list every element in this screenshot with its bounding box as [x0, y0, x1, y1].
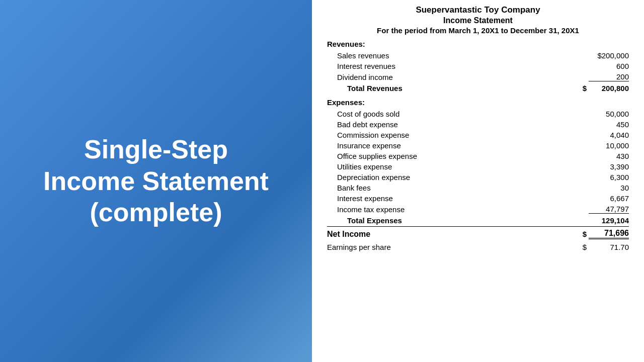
list-item: Sales revenues $200,000: [327, 50, 629, 61]
dividend-income-amount: 200: [589, 72, 629, 81]
depreciation-amount: 6,300: [589, 173, 629, 182]
eps-amount-group: $ 71.70: [583, 243, 629, 251]
revenues-section: Revenues: Sales revenues $200,000 Intere…: [327, 40, 629, 94]
eps-line: Earnings per share $ 71.70: [327, 241, 629, 253]
list-item: Utilities expense 3,390: [327, 161, 629, 172]
left-panel: Single-StepIncome Statement(complete): [0, 0, 312, 362]
total-expenses-line: Total Expenses 129,104: [327, 215, 629, 226]
expenses-header: Expenses:: [327, 98, 629, 107]
list-item: Dividend income 200: [327, 71, 629, 82]
interest-revenues-amount: 600: [589, 62, 629, 70]
total-revenues-amount-group: $ 200,800: [583, 84, 629, 93]
company-header: Suepervantastic Toy Company Income State…: [327, 5, 629, 35]
commission-amount: 4,040: [589, 131, 629, 139]
interest-expense-amount: 6,667: [589, 194, 629, 203]
net-income-amount-group: $ 71,696: [583, 229, 629, 239]
insurance-label: Insurance expense: [327, 141, 401, 150]
cogs-amount: 50,000: [589, 110, 629, 118]
revenues-header: Revenues:: [327, 40, 629, 48]
list-item: Bank fees 30: [327, 183, 629, 193]
net-income-label: Net Income: [327, 230, 370, 239]
total-revenues-line: Total Revenues $ 200,800: [327, 82, 629, 94]
office-supplies-amount: 430: [589, 152, 629, 160]
list-item: Interest expense 6,667: [327, 193, 629, 204]
expenses-section: Expenses: Cost of goods sold 50,000 Bad …: [327, 98, 629, 226]
period-text: For the period from March 1, 20X1 to Dec…: [327, 26, 629, 35]
right-panel: Suepervantastic Toy Company Income State…: [312, 0, 644, 362]
insurance-amount: 10,000: [589, 141, 629, 150]
net-income-line: Net Income $ 71,696: [327, 226, 629, 241]
list-item: Income tax expense 47,797: [327, 204, 629, 215]
sales-revenues-amount: $200,000: [589, 51, 629, 60]
list-item: Interest revenues 600: [327, 61, 629, 71]
office-supplies-label: Office supplies expense: [327, 152, 417, 160]
total-revenues-dollar: $: [583, 84, 587, 93]
bad-debt-amount: 450: [589, 120, 629, 129]
list-item: Bad debt expense 450: [327, 119, 629, 130]
bad-debt-label: Bad debt expense: [327, 120, 398, 129]
income-tax-label: Income tax expense: [327, 205, 405, 214]
total-expenses-label: Total Expenses: [327, 216, 402, 225]
list-item: Insurance expense 10,000: [327, 140, 629, 151]
company-name: Suepervantastic Toy Company: [327, 5, 629, 15]
cogs-label: Cost of goods sold: [327, 110, 399, 118]
statement-title: Income Statement: [327, 16, 629, 25]
eps-value: 71.70: [589, 243, 629, 251]
income-tax-amount: 47,797: [589, 205, 629, 214]
sales-revenues-label: Sales revenues: [327, 51, 389, 60]
bank-fees-label: Bank fees: [327, 184, 371, 192]
total-revenues-value: 200,800: [589, 84, 629, 93]
net-income-value: 71,696: [589, 229, 629, 239]
list-item: Cost of goods sold 50,000: [327, 109, 629, 119]
utilities-label: Utilities expense: [327, 162, 392, 171]
list-item: Office supplies expense 430: [327, 151, 629, 161]
total-revenues-label: Total Revenues: [327, 84, 403, 93]
slide-title: Single-StepIncome Statement(complete): [33, 124, 279, 238]
bank-fees-amount: 30: [589, 184, 629, 192]
interest-expense-label: Interest expense: [327, 194, 393, 203]
total-expenses-value: 129,104: [589, 216, 629, 225]
depreciation-label: Depreciation expense: [327, 173, 410, 182]
commission-label: Commission expense: [327, 131, 409, 139]
eps-dollar: $: [583, 243, 587, 251]
total-expenses-amount-group: 129,104: [589, 216, 629, 225]
utilities-amount: 3,390: [589, 162, 629, 171]
list-item: Commission expense 4,040: [327, 130, 629, 140]
dividend-income-label: Dividend income: [327, 73, 393, 81]
list-item: Depreciation expense 6,300: [327, 172, 629, 183]
net-income-dollar: $: [583, 230, 587, 238]
eps-label: Earnings per share: [327, 243, 391, 251]
interest-revenues-label: Interest revenues: [327, 62, 395, 70]
